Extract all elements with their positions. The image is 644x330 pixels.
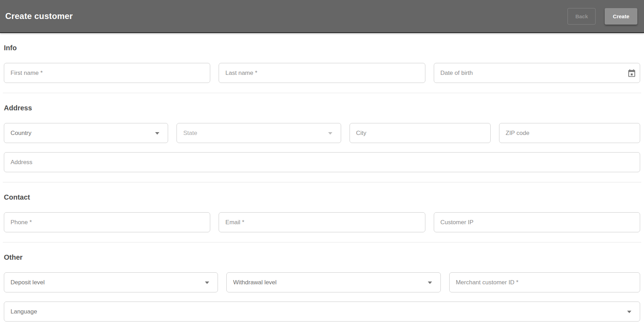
info-row	[4, 63, 640, 83]
merchant-customer-id-field-wrap	[449, 272, 640, 292]
calendar-icon[interactable]	[627, 68, 637, 78]
dropdown-arrow-icon	[428, 282, 432, 284]
merchant-customer-id-input[interactable]	[449, 272, 640, 292]
date-of-birth-input[interactable]	[434, 63, 640, 83]
zip-code-field-wrap	[499, 123, 640, 143]
state-select-label: State	[183, 130, 197, 137]
divider	[3, 182, 641, 182]
address-row-1: Country State	[4, 123, 640, 143]
page-title: Create customer	[5, 11, 73, 21]
appbar-actions: Back Create	[567, 8, 637, 25]
customer-ip-field-wrap	[434, 212, 640, 232]
divider	[3, 93, 641, 93]
zip-code-input[interactable]	[499, 123, 640, 143]
section-title-other: Other	[4, 253, 640, 262]
create-button[interactable]: Create	[605, 8, 637, 25]
first-name-input[interactable]	[4, 63, 210, 83]
city-input[interactable]	[350, 123, 491, 143]
section-title-contact: Contact	[4, 193, 640, 202]
language-select-label: Language	[11, 308, 37, 315]
form-body: Info Address Countr	[0, 44, 644, 322]
contact-row	[4, 212, 640, 232]
email-field-wrap	[219, 212, 425, 232]
appbar: Create customer Back Create	[0, 0, 644, 33]
language-select[interactable]: Language	[4, 302, 640, 322]
date-of-birth-field-wrap	[434, 63, 640, 83]
state-select[interactable]: State	[177, 123, 341, 143]
other-row-1: Deposit level Withdrawal level	[4, 272, 640, 292]
divider	[3, 242, 641, 242]
first-name-field-wrap	[4, 63, 210, 83]
last-name-input[interactable]	[219, 63, 425, 83]
dropdown-arrow-icon	[627, 311, 631, 313]
back-button[interactable]: Back	[567, 8, 596, 25]
country-select-label: Country	[11, 130, 32, 137]
country-select[interactable]: Country	[4, 123, 168, 143]
last-name-field-wrap	[219, 63, 425, 83]
dropdown-arrow-icon	[155, 132, 159, 135]
email-input[interactable]	[219, 212, 425, 232]
dropdown-arrow-icon	[205, 282, 209, 284]
customer-ip-input[interactable]	[434, 212, 640, 232]
phone-input[interactable]	[4, 212, 210, 232]
city-field-wrap	[350, 123, 491, 143]
address-input[interactable]	[4, 152, 640, 172]
section-title-info: Info	[4, 44, 640, 52]
create-customer-page: Create customer Back Create Info	[0, 0, 644, 330]
withdrawal-level-select-label: Withdrawal level	[233, 279, 277, 286]
dropdown-arrow-icon	[328, 132, 332, 135]
address-row-2	[4, 152, 640, 172]
address-field-wrap	[4, 152, 640, 172]
phone-field-wrap	[4, 212, 210, 232]
withdrawal-level-select[interactable]: Withdrawal level	[226, 272, 440, 292]
section-title-address: Address	[4, 104, 640, 112]
deposit-level-select-label: Deposit level	[11, 279, 45, 286]
deposit-level-select[interactable]: Deposit level	[4, 272, 218, 292]
other-row-2: Language	[4, 302, 640, 322]
